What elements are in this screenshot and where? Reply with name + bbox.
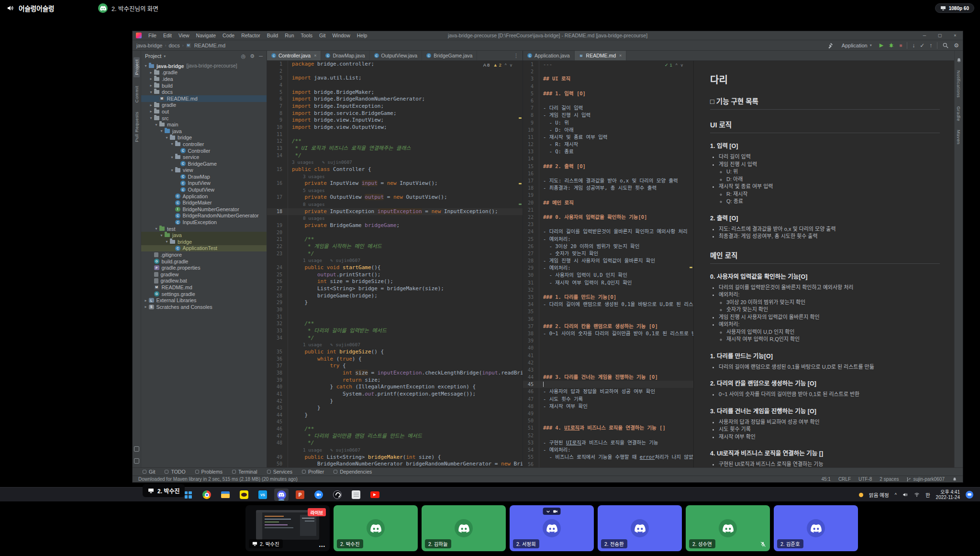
tree-item-bridge[interactable]: ▾bridge xyxy=(141,135,267,141)
tool-stripe-maven[interactable]: Maven xyxy=(956,130,961,145)
close-icon[interactable]: × xyxy=(619,53,622,58)
settings-gear-icon[interactable]: ⚙ xyxy=(954,42,959,49)
tree-item-drawmap[interactable]: CDrawMap xyxy=(141,173,267,180)
notification-icon[interactable] xyxy=(966,491,973,499)
toolwindow-git[interactable]: Git xyxy=(138,469,159,475)
breadcrumb-java-bridge[interactable]: java-bridge xyxy=(136,43,162,48)
wifi-icon[interactable] xyxy=(914,492,920,498)
markdown-preview[interactable]: 다리□ 기능 구현 목록UI 로직1. 입력 [O]다리 길이 입력게임 진행 … xyxy=(693,61,954,467)
error-stripe[interactable] xyxy=(518,61,523,467)
editor-controller-java[interactable]: 1package bridge.controller;23import java… xyxy=(267,61,523,467)
tree-item-main[interactable]: ▾main xyxy=(141,121,267,128)
tree-item-bridgerandomnumbergenerator[interactable]: CBridgeRandomNumberGenerator xyxy=(141,213,267,219)
tree-item-java[interactable]: ▾java xyxy=(141,128,267,135)
tree-item-service[interactable]: ▾service xyxy=(141,154,267,160)
tree-item-java-bridge[interactable]: ▾java-bridge[java-bridge-precourse] xyxy=(141,63,267,69)
editor-readme-source[interactable]: 1---23## UI 로직45### 1. 입력 [O]67- 다리 길이 입… xyxy=(523,61,693,467)
tree-item-gradle-properties[interactable]: Pgradle.properties xyxy=(141,264,267,271)
tab-application-java[interactable]: CApplication.java xyxy=(523,51,575,60)
git-branch-widget[interactable]: sujin-park0607 xyxy=(906,477,945,482)
more-options-icon[interactable]: ⋯ xyxy=(319,542,326,550)
tree-item-application[interactable]: CApplication xyxy=(141,193,267,200)
tree-item-bridgegame[interactable]: CBridgeGame xyxy=(141,160,267,167)
inspection-widget[interactable]: ✓ 1 ^ v xyxy=(662,62,686,68)
menu-git[interactable]: Git xyxy=(316,31,328,40)
menu-view[interactable]: View xyxy=(176,31,192,40)
taskbar-zoom-icon[interactable] xyxy=(312,488,326,501)
tree-item-gradle[interactable]: ▸gradle xyxy=(141,102,267,109)
hide-panel-icon[interactable]: ─ xyxy=(259,53,263,59)
tool-stripe-project[interactable]: Project xyxy=(134,57,140,77)
taskbar-vscode-icon[interactable]: VS xyxy=(256,488,270,501)
status-45-1[interactable]: 45:1 xyxy=(821,477,830,482)
breadcrumb-docs[interactable]: docs xyxy=(168,43,179,48)
tool-stripe-gradle[interactable]: Gradle xyxy=(956,106,961,121)
gear-icon[interactable]: ⚙ xyxy=(250,53,255,59)
run-config-selector[interactable]: Application▾ xyxy=(839,42,875,49)
tree-item-view[interactable]: ▾view xyxy=(141,167,267,174)
tool-stripe-pull-requests[interactable]: Pull Requests xyxy=(134,112,139,142)
git-update-icon[interactable]: ↓ xyxy=(912,42,915,49)
tool-stripe-notifications[interactable]: Notifications xyxy=(956,70,961,98)
participant-tile[interactable]: 2. 김준호 xyxy=(774,505,858,551)
prev-problem-icon[interactable]: ^ xyxy=(676,63,678,68)
project-panel-header[interactable]: Project ▾ ◎ ⚙ ─ xyxy=(141,51,267,61)
tree-item--idea[interactable]: ▸.idea xyxy=(141,76,267,82)
taskbar-discord-icon[interactable] xyxy=(274,488,289,501)
tree-item-settings-gradle[interactable]: Gsettings.gradle xyxy=(141,291,267,297)
taskbar-notes-icon[interactable] xyxy=(349,488,363,501)
stream-quality-badge[interactable]: 1080p 60 xyxy=(935,3,974,13)
menu-help[interactable]: Help xyxy=(354,31,370,40)
ide-titlebar[interactable]: FileEditViewNavigateCodeRefactorBuildRun… xyxy=(133,31,963,40)
tree-item-applicationtest[interactable]: CApplicationTest xyxy=(141,245,267,252)
tree-item-gradlew-bat[interactable]: gradlew.bat xyxy=(141,278,267,284)
toolwindow-services[interactable]: Services xyxy=(263,469,297,475)
build-hammer-icon[interactable] xyxy=(827,42,834,49)
tree-item-readme-md[interactable]: MREADME.md xyxy=(141,95,267,102)
event-log-bell-icon[interactable] xyxy=(952,477,957,482)
error-stripe[interactable] xyxy=(689,61,693,467)
tray-overflow-icon[interactable]: ^ xyxy=(895,492,897,497)
prev-problem-icon[interactable]: ^ xyxy=(505,63,507,68)
locate-file-icon[interactable]: ◎ xyxy=(241,53,246,59)
toolwindow-dependencies[interactable]: Dependencies xyxy=(329,469,376,475)
tree-item-external-libraries[interactable]: ▸LExternal Libraries xyxy=(141,297,267,304)
tab-options-icon[interactable]: ⋮ xyxy=(510,51,523,60)
close-icon[interactable]: × xyxy=(314,53,316,58)
tree-item-readme-md[interactable]: MREADME.md xyxy=(141,284,267,291)
close-button[interactable]: × xyxy=(947,31,963,40)
inspection-widget[interactable]: A 8 ▲ 2 ^ v xyxy=(480,62,515,68)
toolwindow-profiler[interactable]: Profiler xyxy=(298,469,328,475)
tree-item--gradle[interactable]: ▸.gradle xyxy=(141,69,267,76)
tree-item-controller[interactable]: ▾controller xyxy=(141,141,267,148)
menu-code[interactable]: Code xyxy=(220,31,237,40)
tree-item-out[interactable]: ▸out xyxy=(141,108,267,115)
project-tree[interactable]: ▾java-bridge[java-bridge-precourse]▸.gra… xyxy=(141,61,267,467)
breadcrumb-readme-md[interactable]: README.md xyxy=(194,43,225,48)
menu-edit[interactable]: Edit xyxy=(160,31,175,40)
tree-item-bridgenumbergenerator[interactable]: IBridgeNumberGenerator xyxy=(141,206,267,213)
stream-overlay[interactable]: 2. 박수진 xyxy=(143,484,185,497)
status-crlf[interactable]: CRLF xyxy=(838,477,851,482)
status-2-spaces[interactable]: 2 spaces xyxy=(880,477,899,482)
taskbar-explorer-icon[interactable] xyxy=(218,488,233,501)
toolwindow-todo[interactable]: TODO xyxy=(160,469,189,475)
git-commit-icon[interactable]: ✓ xyxy=(920,42,924,49)
tree-item-bridge[interactable]: ▾bridge xyxy=(141,238,267,245)
run-button[interactable]: ▶ xyxy=(880,42,883,48)
tree-item-java[interactable]: ▾java xyxy=(141,232,267,238)
tool-stripe-commit[interactable]: Commit xyxy=(134,86,139,102)
menu-tools[interactable]: Tools xyxy=(298,31,315,40)
menu-navigate[interactable]: Navigate xyxy=(193,31,219,40)
tree-item-build[interactable]: ▸build xyxy=(141,82,267,89)
taskbar-kakaotalk-icon[interactable] xyxy=(237,488,251,501)
git-push-icon[interactable]: ↑ xyxy=(929,42,932,49)
taskbar-clock[interactable]: 오후 4:41 2022-11-24 xyxy=(936,489,960,500)
participant-tile[interactable]: 2. 전승환 xyxy=(598,505,682,551)
ime-indicator[interactable]: 한 xyxy=(925,491,930,499)
tab-controller-java[interactable]: CController.java× xyxy=(267,51,321,60)
volume-icon[interactable] xyxy=(902,492,908,498)
tree-item-build-gradle[interactable]: Gbuild.gradle xyxy=(141,258,267,265)
menu-run[interactable]: Run xyxy=(282,31,297,40)
tree-item-test[interactable]: ▾test xyxy=(141,226,267,232)
